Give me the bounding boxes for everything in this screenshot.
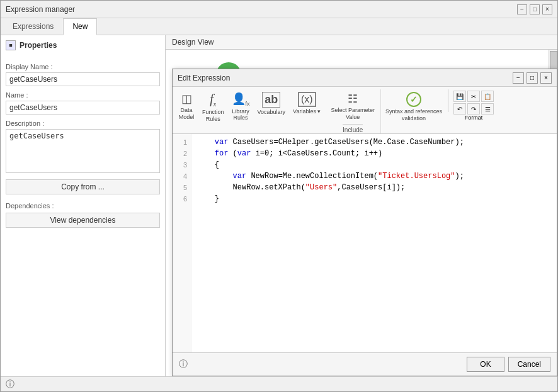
name-label: Name :: [6, 91, 160, 99]
left-panel: ■ Properties Display Name : Name : Descr…: [1, 35, 166, 376]
panel-title-label: Properties: [20, 41, 57, 50]
code-line-1: var CaseUsers=CHelper.getCaseUsers(Me.Ca…: [196, 137, 552, 148]
variables-button[interactable]: (x) Variables ▾: [290, 89, 324, 133]
cancel-button[interactable]: Cancel: [508, 357, 550, 372]
syntax-validation-label: Syntax and referencesvalidation: [385, 108, 442, 122]
vocabulary-label: Vocabulary: [258, 109, 286, 116]
data-model-label: DataModel: [179, 107, 195, 121]
description-label: Description :: [6, 120, 160, 127]
select-param-label: Select ParameterValue: [331, 107, 375, 121]
function-label: FunctionRules: [202, 109, 224, 123]
include-group: ☷ Select ParameterValue Include: [325, 89, 381, 133]
include-label: Include: [343, 124, 363, 133]
copy-from-button[interactable]: Copy from ...: [6, 179, 160, 194]
line-num-5: 5: [183, 182, 187, 193]
title-bar-controls: − □ ×: [517, 4, 552, 14]
format-group: 💾 ✂ 📋 ↶ ↷ ☰ Format: [451, 89, 496, 133]
bottom-bar: ⓘ: [1, 376, 557, 391]
select-parameter-value-button[interactable]: ☷ Select ParameterValue: [327, 89, 378, 123]
code-line-5: NewRow.setXPath("Users",CaseUsers[i]);: [196, 182, 552, 193]
tab-new[interactable]: New: [63, 18, 97, 35]
properties-icon: ■: [6, 40, 16, 50]
tab-expressions[interactable]: Expressions: [3, 18, 63, 35]
library-rules-button[interactable]: 👤fx LibraryRules: [229, 89, 253, 133]
dependencies-label: Dependencies :: [6, 202, 160, 210]
library-icon: 👤fx: [232, 92, 250, 107]
design-view-header: Design View: [166, 35, 557, 50]
line-num-3: 3: [183, 159, 187, 171]
function-button[interactable]: fx FunctionRules: [199, 89, 227, 133]
check-circle-icon: ✓: [406, 92, 421, 107]
dialog-close-button[interactable]: ×: [540, 72, 552, 84]
line-numbers: 1 2 3 4 5 6: [173, 134, 191, 352]
save-format-button[interactable]: 💾: [453, 91, 466, 102]
bottom-help-icon[interactable]: ⓘ: [6, 379, 14, 390]
ok-button[interactable]: OK: [467, 357, 504, 372]
dialog-maximize-button[interactable]: □: [527, 72, 538, 84]
panel-title: ■ Properties: [6, 40, 160, 50]
title-bar: Expression manager − □ ×: [1, 1, 557, 18]
code-line-6: }: [196, 193, 552, 204]
name-input[interactable]: [6, 101, 160, 115]
library-rules-label: LibraryRules: [232, 108, 249, 122]
function-icon: fx: [210, 92, 216, 108]
main-window: Expression manager − □ × Expressions New…: [0, 0, 558, 392]
scrollbar-thumb[interactable]: [550, 51, 557, 70]
format-label: Format: [465, 115, 483, 121]
cut-format-button[interactable]: ✂: [467, 91, 480, 102]
syntax-validation-button[interactable]: ✓ Syntax and referencesvalidation: [382, 89, 445, 133]
vocabulary-button[interactable]: ab Vocabulary: [254, 89, 289, 133]
main-content: ■ Properties Display Name : Name : Descr…: [1, 35, 557, 376]
toolbar: ◫ DataModel fx FunctionRules 👤fx Library…: [173, 87, 557, 134]
line-num-4: 4: [183, 171, 187, 182]
window-title: Expression manager: [6, 5, 75, 14]
align-format-button[interactable]: ☰: [481, 103, 494, 115]
line-num-2: 2: [183, 148, 187, 159]
dialog-title-controls: − □ ×: [513, 72, 552, 84]
data-model-button[interactable]: ◫ DataModel: [175, 89, 198, 133]
description-input[interactable]: getCaseUsers: [6, 129, 160, 173]
display-name-input[interactable]: [6, 72, 160, 86]
variables-icon: (x): [298, 92, 316, 107]
maximize-button[interactable]: □: [530, 4, 540, 14]
display-name-label: Display Name :: [6, 63, 160, 70]
dialog-help-icon[interactable]: ⓘ: [179, 359, 188, 370]
code-content[interactable]: var CaseUsers=CHelper.getCaseUsers(Me.Ca…: [191, 134, 557, 352]
title-bar-left: Expression manager: [6, 5, 75, 14]
close-button[interactable]: ×: [542, 4, 552, 14]
dialog-footer: ⓘ OK Cancel: [173, 352, 557, 376]
code-line-3: {: [196, 159, 552, 171]
variables-label: Variables ▾: [293, 108, 321, 115]
view-dependencies-button[interactable]: View dependencies: [6, 213, 160, 228]
dialog-title-bar: Edit Expression − □ ×: [173, 69, 557, 87]
redo-format-button[interactable]: ↷: [467, 103, 480, 115]
dialog-footer-buttons: OK Cancel: [467, 357, 550, 372]
dialog-title: Edit Expression: [178, 74, 230, 82]
right-panel: Design View ⚠ Get Users: [166, 35, 557, 376]
toolbar-divider: [448, 89, 448, 112]
line-num-1: 1: [183, 137, 187, 148]
tab-bar: Expressions New: [1, 18, 557, 35]
vocabulary-icon: ab: [262, 92, 280, 108]
copy-format-button[interactable]: 📋: [481, 91, 494, 102]
code-line-2: for (var i=0; i<CaseUsers.Count; i++): [196, 148, 552, 159]
minimize-button[interactable]: −: [517, 4, 527, 14]
data-model-icon: ◫: [181, 92, 192, 106]
design-canvas: ⚠ Get Users Edit Expression − □ ×: [166, 50, 557, 376]
dialog-minimize-button[interactable]: −: [513, 72, 524, 84]
undo-format-button[interactable]: ↶: [453, 103, 466, 115]
code-line-4: var NewRow=Me.newCollectionItem("Ticket.…: [196, 171, 552, 182]
code-editor: 1 2 3 4 5 6 var CaseUsers=CHelper.getCas…: [173, 134, 557, 352]
select-param-icon: ☷: [348, 92, 358, 106]
edit-expression-dialog: Edit Expression − □ × ◫ DataModel: [172, 69, 557, 376]
line-num-6: 6: [183, 193, 187, 204]
